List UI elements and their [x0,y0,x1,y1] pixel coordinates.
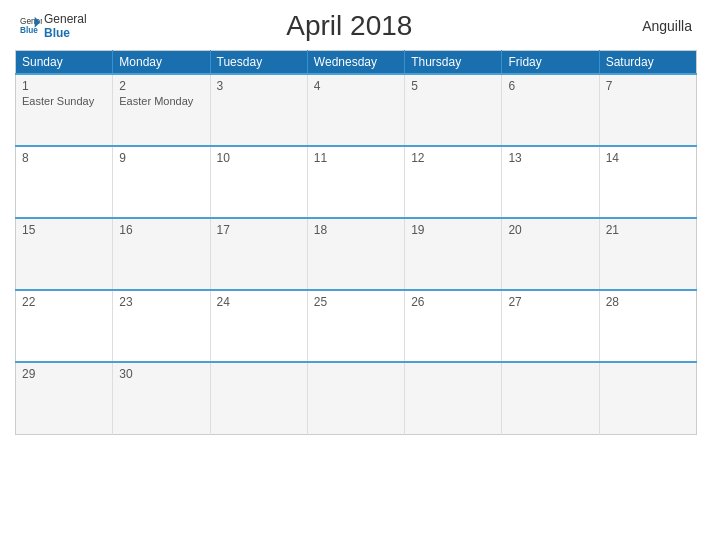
calendar-cell: 13 [502,146,599,218]
calendar-cell: 23 [113,290,210,362]
calendar-cell [405,362,502,434]
week-row-4: 22232425262728 [16,290,697,362]
weekday-header-sunday: Sunday [16,51,113,75]
calendar-cell: 10 [210,146,307,218]
calendar-cell [210,362,307,434]
day-number: 30 [119,367,203,381]
day-number: 14 [606,151,690,165]
day-number: 2 [119,79,203,93]
calendar-cell: 14 [599,146,696,218]
weekday-header-monday: Monday [113,51,210,75]
day-number: 27 [508,295,592,309]
day-number: 8 [22,151,106,165]
day-number: 5 [411,79,495,93]
holiday-name: Easter Monday [119,95,203,107]
day-number: 1 [22,79,106,93]
calendar-cell: 29 [16,362,113,434]
day-number: 21 [606,223,690,237]
day-number: 25 [314,295,398,309]
calendar-cell: 2Easter Monday [113,74,210,146]
calendar-container: General Blue General Blue April 2018 Ang… [0,0,712,550]
calendar-cell: 20 [502,218,599,290]
weekday-header-row: SundayMondayTuesdayWednesdayThursdayFrid… [16,51,697,75]
calendar-cell: 21 [599,218,696,290]
calendar-cell: 3 [210,74,307,146]
logo-icon: General Blue [20,15,42,37]
day-number: 26 [411,295,495,309]
day-number: 24 [217,295,301,309]
week-row-5: 2930 [16,362,697,434]
calendar-cell: 12 [405,146,502,218]
week-row-1: 1Easter Sunday2Easter Monday34567 [16,74,697,146]
calendar-cell [502,362,599,434]
day-number: 18 [314,223,398,237]
day-number: 4 [314,79,398,93]
day-number: 17 [217,223,301,237]
calendar-header: General Blue General Blue April 2018 Ang… [15,10,697,42]
country-name: Anguilla [612,18,692,34]
day-number: 10 [217,151,301,165]
calendar-cell: 22 [16,290,113,362]
month-title: April 2018 [87,10,612,42]
day-number: 7 [606,79,690,93]
logo-line1: General [44,12,87,26]
day-number: 29 [22,367,106,381]
calendar-cell: 16 [113,218,210,290]
day-number: 13 [508,151,592,165]
calendar-cell: 7 [599,74,696,146]
calendar-cell: 1Easter Sunday [16,74,113,146]
calendar-table: SundayMondayTuesdayWednesdayThursdayFrid… [15,50,697,435]
calendar-cell: 28 [599,290,696,362]
calendar-cell: 27 [502,290,599,362]
calendar-cell: 24 [210,290,307,362]
svg-text:Blue: Blue [20,26,38,35]
day-number: 23 [119,295,203,309]
logo-line2: Blue [44,26,87,40]
day-number: 12 [411,151,495,165]
day-number: 3 [217,79,301,93]
calendar-cell [307,362,404,434]
calendar-cell: 8 [16,146,113,218]
week-row-3: 15161718192021 [16,218,697,290]
calendar-cell: 25 [307,290,404,362]
calendar-cell: 18 [307,218,404,290]
weekday-header-friday: Friday [502,51,599,75]
holiday-name: Easter Sunday [22,95,106,107]
calendar-cell: 15 [16,218,113,290]
weekday-header-thursday: Thursday [405,51,502,75]
calendar-cell: 26 [405,290,502,362]
day-number: 16 [119,223,203,237]
day-number: 19 [411,223,495,237]
day-number: 15 [22,223,106,237]
calendar-cell: 9 [113,146,210,218]
calendar-cell: 19 [405,218,502,290]
day-number: 9 [119,151,203,165]
day-number: 28 [606,295,690,309]
calendar-cell: 30 [113,362,210,434]
logo: General Blue General Blue [20,12,87,41]
calendar-cell: 5 [405,74,502,146]
calendar-cell: 4 [307,74,404,146]
day-number: 22 [22,295,106,309]
day-number: 20 [508,223,592,237]
calendar-cell: 17 [210,218,307,290]
weekday-header-wednesday: Wednesday [307,51,404,75]
calendar-cell [599,362,696,434]
calendar-cell: 6 [502,74,599,146]
calendar-cell: 11 [307,146,404,218]
day-number: 11 [314,151,398,165]
weekday-header-tuesday: Tuesday [210,51,307,75]
week-row-2: 891011121314 [16,146,697,218]
day-number: 6 [508,79,592,93]
weekday-header-saturday: Saturday [599,51,696,75]
